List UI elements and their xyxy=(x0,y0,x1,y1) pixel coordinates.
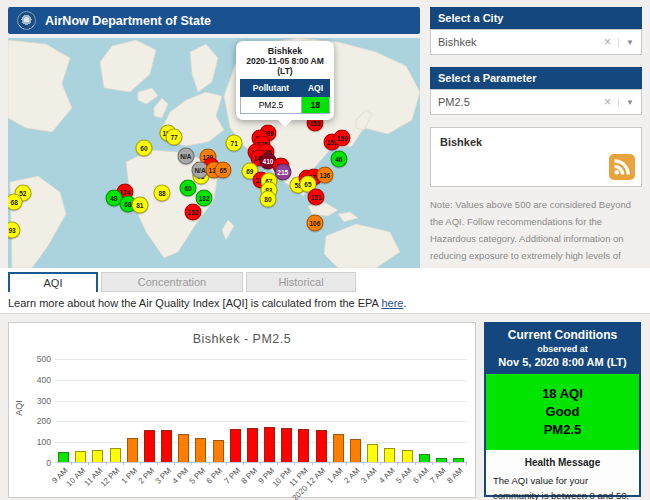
chart-y-axis-label: AQI xyxy=(14,400,24,416)
chart-bar[interactable] xyxy=(58,452,69,462)
aqi-marker[interactable]: 46 xyxy=(330,150,347,167)
chart-bar[interactable] xyxy=(384,448,395,462)
chart-bar[interactable] xyxy=(298,429,309,462)
parameter-select[interactable]: PM2.5 × ▼ xyxy=(430,89,642,115)
x-tick-label: 6 AM xyxy=(411,466,430,485)
x-tick-label: 7 AM xyxy=(428,466,447,485)
aqi-marker[interactable]: 88 xyxy=(154,185,171,202)
chart-title: Bishkek - PM2.5 xyxy=(9,332,475,346)
chart-bar[interactable] xyxy=(178,434,189,462)
chart-bar[interactable] xyxy=(367,444,378,462)
x-tick-label: 8 PM xyxy=(239,466,259,486)
aqi-marker[interactable]: 80 xyxy=(259,191,276,208)
chart-bar[interactable] xyxy=(281,428,292,462)
chart-slot: 2 PM xyxy=(141,359,158,462)
x-tick-label: 6 PM xyxy=(205,466,225,486)
chart-slot: 2 AM xyxy=(347,359,364,462)
learn-more-suffix: . xyxy=(403,297,406,309)
popup-aqi-value: 18 xyxy=(301,97,329,114)
aqi-marker[interactable]: 159 xyxy=(334,130,351,147)
chart-bar[interactable] xyxy=(144,430,155,462)
tab-concentration[interactable]: Concentration xyxy=(101,272,243,292)
chart-slot: 6 AM xyxy=(416,359,433,462)
rss-icon[interactable] xyxy=(609,154,635,180)
world-map[interactable]: Bishkek 2020-11-05 8:00 AM (LT) Pollutan… xyxy=(8,38,420,268)
aqi-marker[interactable]: 151 xyxy=(308,188,325,205)
chart-bar[interactable] xyxy=(316,430,327,462)
app-header: AirNow Department of State xyxy=(8,7,420,34)
chart-bar[interactable] xyxy=(419,454,430,462)
chart-bar[interactable] xyxy=(92,450,103,462)
y-tick-label: 300 xyxy=(23,396,51,406)
chart-bar[interactable] xyxy=(195,438,206,462)
popup-timezone: (LT) xyxy=(240,66,330,76)
y-tick-label: 100 xyxy=(23,437,51,447)
map-popup: Bishkek 2020-11-05 8:00 AM (LT) Pollutan… xyxy=(236,41,334,120)
popup-datetime: 2020-11-05 8:00 AM xyxy=(240,56,330,66)
aqi-marker[interactable]: 136 xyxy=(316,167,333,184)
chart-slot: 10 PM xyxy=(278,359,295,462)
parameter-select-header: Select a Parameter xyxy=(430,67,642,89)
aqi-marker[interactable]: 60 xyxy=(135,139,152,156)
learn-more-text: Learn more about how the Air Quality Ind… xyxy=(8,297,406,309)
city-select[interactable]: Bishkek × ▼ xyxy=(430,29,642,55)
chart-bar[interactable] xyxy=(161,430,172,462)
chart-bar[interactable] xyxy=(436,458,447,462)
chart-slot: 4 AM xyxy=(381,359,398,462)
aqi-marker[interactable]: 132 xyxy=(196,190,213,207)
chart-slot: 5 AM xyxy=(398,359,415,462)
chart-bar[interactable] xyxy=(110,448,121,462)
aqi-marker[interactable]: N/A xyxy=(177,147,194,164)
chart-slot: 4 PM xyxy=(175,359,192,462)
aqi-marker[interactable]: 106 xyxy=(306,214,323,231)
chart-bar[interactable] xyxy=(75,451,86,462)
aqi-marker[interactable]: 77 xyxy=(166,128,183,145)
chart-bar[interactable] xyxy=(213,440,224,462)
chart-bar[interactable] xyxy=(402,450,413,462)
parameter-select-value: PM2.5 xyxy=(438,96,604,108)
chart-slot: 10 AM xyxy=(72,359,89,462)
chevron-down-icon[interactable]: ▼ xyxy=(618,38,634,47)
x-tick-label: 2 AM xyxy=(343,466,362,485)
chart-slot: 11 PM xyxy=(295,359,312,462)
tab-bar: AQI Concentration Historical xyxy=(8,272,356,292)
chart-slot: 8 AM xyxy=(450,359,467,462)
chart-bar[interactable] xyxy=(333,434,344,462)
x-tick-label: 5 PM xyxy=(188,466,208,486)
sidebar: Select a City Bishkek × ▼ Select a Param… xyxy=(430,7,642,281)
chart-bar[interactable] xyxy=(230,429,241,462)
city-select-header: Select a City xyxy=(430,7,642,29)
conditions-datetime: Nov 5, 2020 8:00 AM (LT) xyxy=(488,356,637,368)
health-message-text: The AQI value for your community is betw… xyxy=(493,473,632,500)
clear-icon[interactable]: × xyxy=(604,35,611,49)
epa-here-link[interactable]: here xyxy=(381,297,403,309)
chart-bar[interactable] xyxy=(453,458,464,462)
chart-bar[interactable] xyxy=(247,428,258,462)
clear-icon[interactable]: × xyxy=(604,95,611,109)
aqi-marker[interactable]: 81 xyxy=(131,196,148,213)
chart-bar[interactable] xyxy=(350,439,361,462)
conditions-subtitle: observed at xyxy=(488,344,637,354)
aqi-marker[interactable]: 71 xyxy=(226,135,243,152)
x-tick-label: 10 AM xyxy=(65,466,87,488)
aqi-marker[interactable]: 152 xyxy=(184,204,201,221)
conditions-header: Current Conditions observed at Nov 5, 20… xyxy=(486,324,639,374)
popup-col-pollutant: Pollutant xyxy=(241,80,302,97)
airnow-page: AirNow Department of State xyxy=(0,0,650,500)
conditions-aqi-block: 18 AQI Good PM2.5 xyxy=(486,374,639,450)
chart-slot: 1 PM xyxy=(124,359,141,462)
feed-city-title: Bishkek xyxy=(431,128,641,156)
conditions-pollutant: PM2.5 xyxy=(486,422,639,437)
chevron-down-icon[interactable]: ▼ xyxy=(618,98,634,107)
conditions-aqi-value: 18 AQI xyxy=(486,386,639,401)
chart-slot: 11 AM xyxy=(89,359,106,462)
city-select-value: Bishkek xyxy=(438,36,604,48)
chart-bar[interactable] xyxy=(127,438,138,462)
aqi-marker[interactable]: 65 xyxy=(215,162,232,179)
tab-aqi[interactable]: AQI xyxy=(8,272,98,292)
current-conditions-panel: Current Conditions observed at Nov 5, 20… xyxy=(484,322,641,497)
aqi-chart-card: Bishkek - PM2.5 0100200300400500 AQI 9 A… xyxy=(8,322,476,498)
x-tick-label: 3 PM xyxy=(153,466,173,486)
tab-historical[interactable]: Historical xyxy=(246,272,356,292)
chart-bar[interactable] xyxy=(264,427,275,462)
